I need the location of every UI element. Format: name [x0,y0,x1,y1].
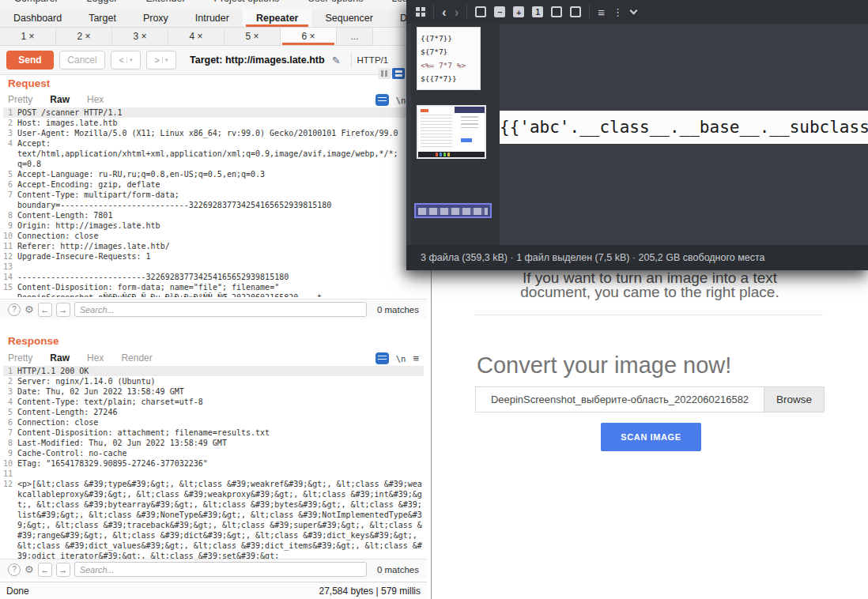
request-line: 15Content-Disposition: form-data; name="… [3,282,424,297]
request-view-tab[interactable]: Pretty [8,94,42,107]
show-newlines-icon[interactable]: \n [396,96,406,105]
send-button[interactable]: Send [6,51,54,70]
help-icon[interactable]: ? [8,563,21,576]
next-match-button[interactable]: → [56,303,70,317]
request-search-input[interactable] [74,302,367,317]
selected-image-thumbnail[interactable] [414,203,492,218]
rows-layout-button[interactable] [392,68,405,79]
repeater-tab[interactable]: 2 × [56,28,112,45]
repeater-tab[interactable]: 6 × [281,28,337,45]
response-line: 4Content-Type: text/plain; charset=utf-8 [3,397,424,407]
response-view-tab[interactable]: Hex [87,352,113,365]
line-text: HTTP/1.1 200 OK [17,366,424,376]
pretty-print-icon[interactable] [376,94,389,106]
repeater-tab[interactable]: 5 × [225,28,281,45]
gear-icon[interactable]: ⚙ [25,563,34,575]
request-view-tab[interactable]: Hex [87,94,113,107]
show-newlines-icon[interactable]: \n [396,354,406,364]
line-text: Accept-Language: ru-RU,ru;q=0.8,en-US;q=… [17,169,424,179]
response-view-tab[interactable]: Render [121,352,161,365]
burp-top-tab[interactable]: Extender [132,0,200,4]
request-line: 7Content-Type: multipart/form-data; boun… [3,190,424,210]
repeater-tab[interactable]: 3 × [112,28,168,45]
chevron-down-icon[interactable] [630,7,638,15]
line-text: Content-Disposition: form-data; name="fi… [17,282,424,297]
forward-icon[interactable]: › [455,6,459,19]
list-view-icon[interactable]: ≡ [598,6,605,19]
burp-top-tab[interactable]: Project options [200,0,294,4]
dropdown-caret-icon[interactable]: ▾ [162,57,168,63]
line-text: Referer: http://images.late.htb/ [17,241,424,251]
response-view-tab[interactable]: Raw [50,352,79,365]
fullscreen-icon[interactable] [551,6,562,17]
burp-top-tab[interactable]: Comparer [0,0,73,4]
response-search-input[interactable] [74,562,367,577]
response-line: 6Connection: close [3,417,424,428]
burp-main-tab[interactable]: Intruder [182,9,243,27]
line-text: Server: nginx/1.14.0 (Ubuntu) [17,376,424,386]
scan-image-button[interactable]: SCAN IMAGE [601,423,701,451]
actual-size-icon[interactable]: 1 [532,6,543,17]
help-icon[interactable]: ? [8,303,21,316]
screenshot-thumbnail[interactable] [417,105,486,159]
prev-match-button[interactable]: ← [38,563,52,577]
history-forward-button[interactable]: >▾ [146,51,176,70]
line-text: Connection: close [17,231,424,241]
response-editor-icons: \n ≡ [376,352,419,364]
http-version-label[interactable]: HTTP/1 [357,55,389,65]
burp-status-bar: Done 27,584 bytes | 579 millis [0,582,427,599]
response-title: Response [8,335,59,347]
gear-icon[interactable]: ⚙ [25,303,34,315]
editor-menu-icon[interactable]: ≡ [413,352,419,364]
request-line: 8Content-Length: 7801 [3,210,424,220]
burp-main-tab[interactable]: Target [75,9,130,27]
columns-layout-button[interactable] [378,68,391,79]
zoom-out-icon[interactable]: − [494,6,505,17]
line-text: Origin: http://images.late.htb [17,220,424,231]
response-editor[interactable]: 1HTTP/1.1 200 OK 2Server: nginx/1.14.0 (… [3,366,424,559]
response-view-tabs: Pretty Raw Hex Render [8,352,170,365]
response-line: 7Content-Disposition: attachment; filena… [3,428,424,438]
payload-text-thumbnail[interactable]: {{7*7}} ${7*7} <%= 7*7 %> ${{7*7}} [417,27,481,90]
file-manager-toolbar: ‹ › − + 1 ≡ ⋮ [406,0,868,24]
repeater-tab[interactable]: 1 × [0,28,56,45]
history-back-button[interactable]: <▾ [111,51,141,70]
line-text: <p>[&lt;class &#39;type&#39;&gt;, &lt;cl… [17,479,424,559]
line-text: Content-Length: 7801 [17,210,424,220]
preview-area[interactable]: {{'abc'.__class__.__base__.__subclasses_… [500,24,868,245]
dropdown-caret-icon[interactable]: ▾ [126,57,133,63]
burp-main-tab[interactable]: Proxy [130,9,182,27]
repeater-tab[interactable]: ... [337,28,373,45]
line-text: Accept: text/html,application/xhtml+xml,… [17,138,424,169]
request-editor[interactable]: 1POST /scanner HTTP/1.1 2Host: images.la… [3,107,424,297]
burp-top-tab[interactable]: User options [293,0,377,4]
next-match-button[interactable]: → [56,563,70,577]
request-line: 13 [3,262,424,272]
browse-button[interactable]: Browse [764,387,824,412]
burp-top-tab[interactable]: Logger [73,0,132,4]
toolbar-divider [589,5,590,19]
file-input[interactable]: DeepinScreenshot_выберите-область_202206… [475,386,825,413]
fit-view-icon[interactable] [475,6,486,17]
burp-main-tab[interactable]: Dashboard [0,9,75,27]
burp-main-tab[interactable]: Repeater [243,9,312,27]
thumbnail-view-icon[interactable] [416,7,425,17]
edit-target-icon[interactable]: ✎ [332,55,341,66]
prev-match-button[interactable]: ← [38,303,52,317]
expand-icon[interactable] [570,6,581,17]
toolbar-divider [433,5,434,19]
request-view-tab[interactable]: Raw [50,94,79,107]
back-icon[interactable]: ‹ [442,6,447,19]
cancel-button[interactable]: Cancel [59,51,105,70]
zoom-in-icon[interactable]: + [513,6,524,17]
kebab-menu-icon[interactable]: ⋮ [613,6,623,18]
response-line: 8Last-Modified: Thu, 02 Jun 2022 13:58:4… [3,438,424,448]
burp-main-tab[interactable]: Sequencer [311,9,386,27]
response-line: 10ETag: "1654178329.90895-27246-37703223… [3,458,424,469]
image-preview-strip: {{'abc'.__class__.__base__.__subclasses_… [500,111,868,144]
response-view-tab[interactable]: Pretty [8,352,42,365]
pretty-print-icon[interactable] [376,352,389,364]
repeater-tab[interactable]: 4 × [168,28,225,45]
request-title: Request [8,77,50,89]
line-number: 9 [3,220,17,231]
